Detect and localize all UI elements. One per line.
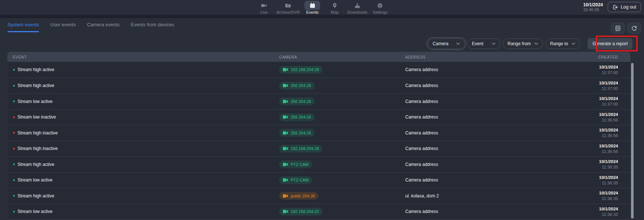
chevron-down-icon <box>571 43 575 45</box>
nav-item-live[interactable]: Live <box>254 1 274 14</box>
table-row[interactable]: Stream high active public 204.30 ul. kol… <box>7 188 630 204</box>
logout-button[interactable]: Log out <box>608 2 641 12</box>
camera-filter-label: Camera <box>433 41 449 46</box>
chevron-down-icon <box>492 43 496 45</box>
event-status-icon <box>13 69 15 71</box>
table-row[interactable]: Stream low active PTZ CAM Camera address… <box>7 172 630 188</box>
camera-badge[interactable]: PTZ CAM <box>279 160 312 168</box>
event-status-icon <box>13 195 15 197</box>
event-name: Stream low active <box>17 209 53 214</box>
nav-item-map[interactable]: Map <box>325 1 344 14</box>
camera-badge[interactable]: 192.168.204.28 <box>279 145 323 153</box>
main-nav: Live Archive/DVR Events Map <box>254 1 390 14</box>
camera-name: 256 204.26 <box>291 83 311 88</box>
tab-bar: System events User events Camera events … <box>7 22 174 32</box>
event-status-icon <box>13 163 15 165</box>
table-header-row: EVENT CAMERA ADDRESS CREATED <box>7 52 630 62</box>
event-name: Stream high active <box>17 162 54 167</box>
tab-label: Camera events <box>87 22 120 27</box>
header-event: EVENT <box>7 55 279 59</box>
created-time: 11:36:35 <box>538 164 618 170</box>
nav-item-events[interactable]: Events <box>303 1 322 14</box>
tab-events-from-devices[interactable]: Events from devices <box>131 22 174 32</box>
logout-label: Log out <box>621 4 636 10</box>
created-date: 10/1/2024 <box>538 175 618 180</box>
nav-item-settings[interactable]: Settings <box>370 1 390 14</box>
report-view-button[interactable] <box>611 23 625 34</box>
range-to-dropdown[interactable]: Range to <box>545 39 581 49</box>
event-name: Stream high inactive <box>17 130 58 136</box>
camera-icon <box>283 210 288 213</box>
camera-badge[interactable]: 192.168.204.28 <box>279 66 323 74</box>
chevron-down-icon <box>456 43 460 45</box>
created-time: 11:37:00 <box>538 101 618 107</box>
created-time: 11:36:35 <box>538 180 618 186</box>
header-created: CREATED <box>538 55 630 59</box>
camera-name: 192.168.204.28 <box>291 67 319 72</box>
table-row[interactable]: Stream low active 192.168.204.22 Camera … <box>7 204 630 220</box>
created-date: 10/1/2024 <box>538 143 618 149</box>
created-time: 11:36:56 <box>538 117 618 123</box>
camera-badge[interactable]: public 204.30 <box>279 192 318 200</box>
camera-badge[interactable]: 192.168.204.22 <box>279 208 323 216</box>
camera-address: Camera address <box>405 83 538 88</box>
tab-camera-events[interactable]: Camera events <box>87 22 120 32</box>
refresh-button[interactable] <box>627 23 641 34</box>
header-address: ADDRESS <box>405 55 538 59</box>
tab-user-events[interactable]: User events <box>50 22 76 32</box>
camera-badge[interactable]: 256 204.26 <box>279 97 315 105</box>
camera-badge[interactable]: 256 204.26 <box>279 129 315 137</box>
nav-label: Events <box>306 10 319 14</box>
camera-badge[interactable]: 256 204.26 <box>279 82 315 90</box>
event-filter-dropdown[interactable]: Event <box>467 39 501 49</box>
camera-address: Camera address <box>405 209 538 214</box>
system-date: 10/1/2024 <box>583 2 603 7</box>
range-to-label: Range to <box>550 41 568 46</box>
created-date: 10/1/2024 <box>538 190 618 196</box>
system-time: 15:46:39 <box>583 7 603 12</box>
camera-name: 192.168.204.28 <box>291 146 319 151</box>
refresh-icon <box>631 25 637 31</box>
created-date: 10/1/2024 <box>538 127 618 133</box>
table-row[interactable]: Stream high active 192.168.204.28 Camera… <box>7 62 630 78</box>
table-row[interactable]: Stream low inactive 256 204.26 Camera ad… <box>7 109 630 125</box>
camera-badge[interactable]: PTZ CAM <box>279 176 312 184</box>
table-row[interactable]: Stream high inactive 192.168.204.28 Came… <box>7 141 630 157</box>
vertical-scrollbar[interactable] <box>631 63 634 219</box>
table-row[interactable]: Stream high inactive 256 204.26 Camera a… <box>7 125 630 141</box>
event-status-icon <box>13 211 15 213</box>
event-name: Stream high active <box>17 67 54 72</box>
nav-label: Settings <box>373 10 387 14</box>
event-status-icon <box>13 179 15 181</box>
camera-icon <box>283 115 288 119</box>
logout-icon <box>612 4 618 10</box>
event-name: Stream low inactive <box>17 114 56 120</box>
header-camera: CAMERA <box>279 55 405 59</box>
nav-item-archive-dvr[interactable]: Archive/DVR <box>277 1 300 14</box>
camera-name: 256 204.26 <box>291 115 311 119</box>
range-from-dropdown[interactable]: Range from <box>503 39 543 49</box>
camera-address: Camera address <box>405 67 538 72</box>
event-status-icon <box>13 100 15 102</box>
chevron-down-icon <box>534 43 538 45</box>
table-body: Stream high active 192.168.204.28 Camera… <box>7 62 630 220</box>
table-row[interactable]: Stream high active 256 204.26 Camera add… <box>7 78 630 94</box>
filter-bar: Camera Event Range from Range to <box>428 38 633 49</box>
event-status-icon <box>13 148 15 150</box>
system-datetime: 10/1/2024 15:46:39 <box>583 2 603 12</box>
camera-badge[interactable]: 256 204.26 <box>279 113 315 121</box>
camera-name: 256 204.26 <box>291 131 311 135</box>
table-row[interactable]: Stream high active PTZ CAM Camera addres… <box>7 156 630 172</box>
video-camera-icon <box>256 1 272 10</box>
generate-report-button[interactable]: Generate a report <box>588 38 633 49</box>
tab-system-events[interactable]: System events <box>7 22 39 32</box>
table-row[interactable]: Stream low active 256 204.26 Camera addr… <box>7 93 630 109</box>
camera-filter-dropdown[interactable]: Camera <box>428 39 465 49</box>
camera-name: 256 204.26 <box>291 99 311 104</box>
created-date: 10/1/2024 <box>538 64 618 70</box>
nav-label: Live <box>260 10 268 14</box>
event-status-icon <box>13 132 15 134</box>
event-name: Stream high active <box>17 83 54 88</box>
nav-item-downloads[interactable]: Downloads <box>347 1 367 14</box>
top-bar: Live Archive/DVR Events Map <box>0 0 644 15</box>
